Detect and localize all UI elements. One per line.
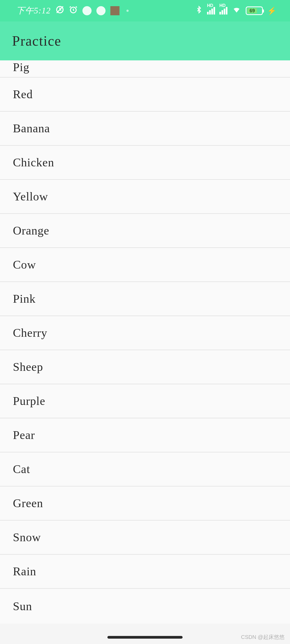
list-item-label: Yellow [13, 190, 48, 203]
list-item-label: Purple [13, 394, 45, 408]
list-item-label: Pink [13, 292, 36, 306]
app-icon-3 [110, 6, 119, 15]
list-item-label: Red [13, 87, 33, 101]
signal-2: HD [219, 7, 227, 14]
battery-level: 69 [247, 8, 257, 13]
list-item-label: Rain [13, 565, 36, 578]
signal-1: HD [207, 7, 215, 14]
status-bar: 下午5:12 HD HD [0, 0, 290, 21]
wifi-icon [232, 5, 241, 16]
status-time: 下午5:12 [16, 5, 51, 17]
app-icon-2 [96, 6, 106, 15]
list-item[interactable]: Orange [0, 214, 290, 248]
more-dot [126, 10, 129, 12]
list-item-label: Cow [13, 258, 36, 272]
list-item[interactable]: Banana [0, 112, 290, 146]
list-item[interactable]: Chicken [0, 146, 290, 180]
list-item-label: Banana [13, 122, 50, 135]
list-item-label: Green [13, 496, 43, 510]
list-container[interactable]: Pig Red Banana Chicken Yellow Orange Cow… [0, 60, 290, 624]
list-item[interactable]: Pig [0, 60, 290, 78]
alarm-icon [69, 5, 78, 16]
list-item[interactable]: Purple [0, 384, 290, 418]
list-item-label: Pear [13, 428, 35, 442]
home-indicator[interactable] [107, 636, 183, 639]
bluetooth-icon [195, 5, 203, 16]
list-item[interactable]: Red [0, 78, 290, 112]
list-item-label: Cat [13, 462, 30, 476]
status-right: HD HD 69 ⚡ [195, 5, 277, 16]
watermark: CSDN @起床悠悠 [241, 634, 285, 641]
battery-icon: 69 [246, 6, 263, 15]
list-item[interactable]: Pink [0, 282, 290, 316]
status-left: 下午5:12 [16, 5, 129, 17]
app-bar: Practice [0, 21, 290, 60]
app-title: Practice [12, 33, 61, 49]
list-item[interactable]: Cherry [0, 316, 290, 350]
list-item[interactable]: Yellow [0, 180, 290, 214]
list-item-label: Cherry [13, 326, 47, 340]
list-item-label: Chicken [13, 156, 54, 169]
list-item-label: Sheep [13, 360, 43, 374]
list-item[interactable]: Green [0, 486, 290, 521]
mute-icon [56, 5, 64, 16]
list-item-label: Snow [13, 530, 41, 544]
list-item[interactable]: Rain [0, 555, 290, 589]
list-item-label: Orange [13, 224, 49, 237]
app-icon-1 [82, 6, 92, 15]
charging-icon: ⚡ [267, 6, 277, 15]
list-item-label: Sun [13, 599, 32, 613]
list-item[interactable]: Sun [0, 589, 290, 624]
list-item[interactable]: Cat [0, 452, 290, 486]
list-item[interactable]: Snow [0, 521, 290, 555]
list-item[interactable]: Cow [0, 248, 290, 282]
list-item[interactable]: Sheep [0, 350, 290, 384]
list-item-label: Pig [13, 60, 30, 74]
list-item[interactable]: Pear [0, 418, 290, 452]
